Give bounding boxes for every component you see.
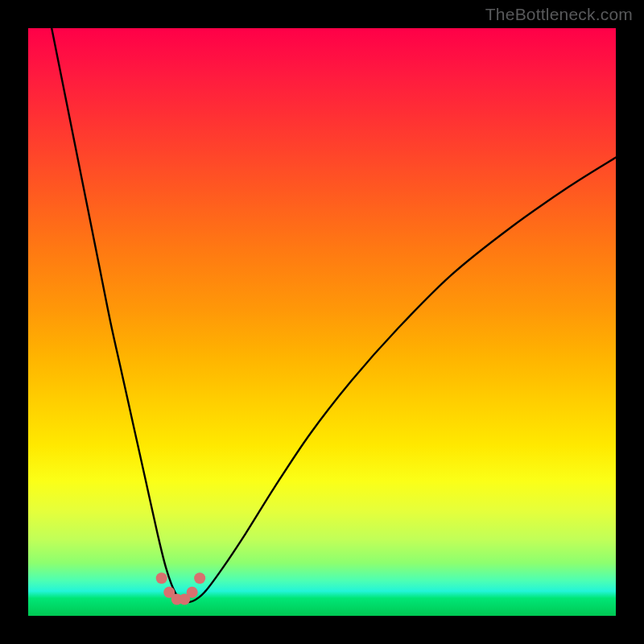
chart-frame: TheBottleneck.com: [0, 0, 644, 644]
plot-area: [28, 28, 616, 616]
trough-marker: [194, 572, 205, 584]
watermark-text: TheBottleneck.com: [485, 5, 633, 24]
trough-markers: [156, 572, 205, 605]
trough-marker: [187, 587, 198, 598]
bottleneck-curve: [52, 28, 616, 602]
trough-marker: [156, 572, 167, 584]
curve-layer: [28, 28, 616, 616]
